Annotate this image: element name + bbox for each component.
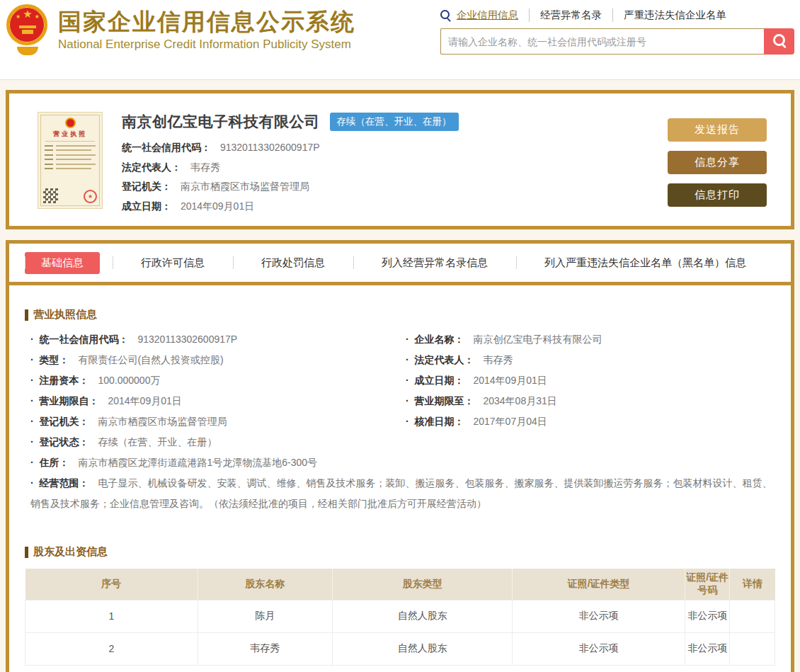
tab[interactable]: 基础信息 [25, 252, 100, 274]
column-header: 股东名称 [198, 569, 333, 600]
field-value: 2014年09月01日 [108, 395, 181, 406]
field-label: 核准日期： [415, 416, 464, 427]
field-label: 企业名称： [415, 334, 464, 345]
section-title-shareholders: 股东及出资信息 [25, 545, 775, 559]
field-value: 电子显示、机械设备研发、安装、调试、维修、销售及技术服务；装卸、搬运服务、包装服… [30, 477, 772, 509]
field-label: 法定代表人： [415, 354, 474, 365]
section-bar-icon [25, 309, 28, 321]
field-label: 注册资本： [40, 375, 89, 386]
company-field: 成立日期： 2014年09月01日 [122, 197, 668, 217]
field-label: 登记状态： [40, 436, 89, 448]
cell-cert-type: 非公示项 [513, 632, 685, 665]
national-emblem-logo: ★ ★ ★ [6, 3, 50, 57]
info-field: 法定代表人： 韦存秀 [400, 350, 775, 370]
info-field: 注册资本： 100.000000万 [25, 370, 400, 391]
info-field: 经营范围： 电子显示、机械设备研发、安装、调试、维修、销售及技术服务；装卸、搬运… [25, 473, 775, 514]
license-emblem-icon [65, 118, 76, 128]
field-value: 91320113302600917P [137, 334, 237, 345]
detail-card: 基础信息 行政许可信息 行政处罚信息 列入经营异常名录信息 列入严重违法失信企业… [6, 240, 794, 672]
nav-link[interactable]: 企业信用信息 [457, 8, 518, 22]
field-label: 登记机关： [40, 416, 89, 427]
cell-cert-type: 非公示项 [513, 600, 685, 632]
license-red-seal: ★ [84, 190, 97, 203]
field-label: 法定代表人： [122, 161, 181, 173]
cell-shareholder-type: 自然人股东 [333, 600, 513, 632]
cell-detail [730, 632, 775, 665]
site-subtitle: National Enterprise Credit Information P… [58, 38, 355, 52]
action-button[interactable]: 发送报告 [668, 118, 767, 142]
field-value: 南京市栖霞区市场监督管理局 [181, 181, 309, 192]
field-value: 2034年08月31日 [483, 395, 556, 406]
info-field: 营业期限自： 2014年09月01日 [25, 391, 400, 411]
info-field: 核准日期： 2017年07月04日 [400, 411, 775, 432]
tab[interactable]: 列入经营异常名录信息 [353, 252, 516, 274]
nav-link[interactable]: 经营异常名录 [529, 8, 602, 22]
status-badge: 存续（在营、开业、在册） [330, 113, 459, 131]
field-value: 韦存秀 [190, 161, 220, 173]
cell-no: 1 [25, 600, 198, 632]
field-value: 南京市栖霞区市场监督管理局 [98, 416, 227, 427]
column-header: 证照/证件类型 [513, 569, 685, 600]
info-field: 登记机关： 南京市栖霞区市场监督管理局 [25, 411, 400, 432]
column-header: 详情 [730, 569, 775, 600]
table-header-row: 序号股东名称股东类型证照/证件类型证照/证件号码详情 [25, 569, 775, 600]
cell-shareholder-name: 陈月 [198, 600, 333, 632]
business-license-thumbnail[interactable]: 营业执照 ★ [38, 112, 103, 209]
field-label: 统一社会信用代码： [122, 142, 211, 153]
field-value: 有限责任公司(自然人投资或控股) [78, 354, 223, 365]
field-label: 住所： [40, 457, 69, 468]
nav-link[interactable]: 严重违法失信企业名单 [612, 8, 726, 22]
tab[interactable]: 行政处罚信息 [233, 252, 353, 274]
company-field: 法定代表人： 韦存秀 [122, 158, 668, 178]
field-label: 类型： [40, 354, 69, 365]
company-field: 统一社会信用代码： 91320113302600917P [122, 138, 668, 158]
field-label: 登记机关： [122, 181, 171, 192]
search-button[interactable] [764, 28, 794, 55]
field-label: 成立日期： [122, 200, 171, 212]
info-field: 统一社会信用代码： 91320113302600917P [25, 329, 400, 350]
info-field: 登记状态： 存续（在营、开业、在册） [25, 432, 400, 452]
field-value: 存续（在营、开业、在册） [98, 436, 217, 448]
field-value: 韦存秀 [483, 354, 513, 365]
cell-no: 2 [25, 632, 198, 665]
field-label: 营业期限自： [40, 395, 99, 406]
top-nav: 企业信用信息 经营异常名录 严重违法失信企业名单 [440, 8, 794, 22]
company-field: 登记机关： 南京市栖霞区市场监督管理局 [122, 177, 668, 197]
shareholders-table: 序号股东名称股东类型证照/证件类型证照/证件号码详情 1 陈月 自然人股东 非公… [25, 569, 775, 666]
action-button[interactable]: 信息分享 [668, 151, 767, 174]
site-header: ★ ★ ★ 国家企业信用信息公示系统 National Enterprise C… [0, 0, 800, 80]
info-field: 住所： 南京市栖霞区龙潭街道疏港路1号龙潭物流基地6-300号 [25, 452, 775, 473]
brand: ★ ★ ★ 国家企业信用信息公示系统 National Enterprise C… [6, 3, 355, 57]
search-input[interactable] [440, 28, 764, 55]
field-label: 经营范围： [40, 477, 89, 489]
field-label: 统一社会信用代码： [40, 334, 129, 345]
table-row: 1 陈月 自然人股东 非公示项 非公示项 [25, 600, 775, 632]
field-value: 100.000000万 [98, 375, 160, 386]
company-summary-card: 营业执照 ★ 南京创亿宝电子科技有限公司 存续（在营、开业、在册） 统一社会信用… [6, 90, 794, 229]
cell-detail [730, 600, 775, 632]
cell-shareholder-name: 韦存秀 [198, 632, 333, 665]
column-header: 序号 [25, 569, 198, 600]
field-value: 2017年07月04日 [473, 416, 547, 427]
cell-shareholder-type: 自然人股东 [333, 632, 513, 665]
field-value: 91320113302600917P [220, 142, 320, 153]
column-header: 股东类型 [333, 569, 513, 600]
section-bar-icon [25, 547, 28, 558]
field-value: 南京创亿宝电子科技有限公司 [473, 334, 602, 345]
company-name: 南京创亿宝电子科技有限公司 [122, 112, 320, 132]
site-title: 国家企业信用信息公示系统 [58, 8, 355, 35]
field-value: 南京市栖霞区龙潭街道疏港路1号龙潭物流基地6-300号 [78, 457, 317, 468]
search-bar [440, 28, 794, 55]
field-label: 成立日期： [415, 375, 464, 386]
action-button[interactable]: 信息打印 [668, 183, 767, 207]
field-value: 2014年09月01日 [181, 200, 254, 212]
tab[interactable]: 行政许可信息 [113, 252, 233, 274]
info-field: 企业名称： 南京创亿宝电子科技有限公司 [400, 329, 775, 350]
search-icon [440, 10, 451, 21]
license-qr-code [43, 188, 58, 203]
table-row: 2 韦存秀 自然人股东 非公示项 非公示项 [25, 632, 775, 665]
info-field: 成立日期： 2014年09月01日 [400, 370, 775, 391]
column-header: 证照/证件号码 [685, 569, 730, 600]
field-label: 营业期限至： [415, 395, 474, 406]
tab[interactable]: 列入严重违法失信企业名单（黑名单）信息 [516, 252, 775, 274]
